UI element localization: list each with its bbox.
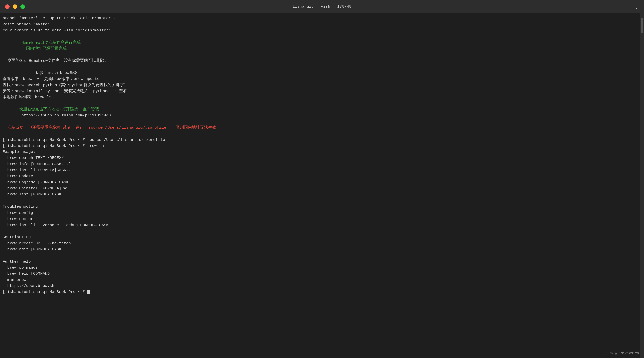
- line-brew-upgrade: brew upgrade [FORMULA|CASK...]: [3, 179, 641, 185]
- maximize-button[interactable]: [20, 4, 25, 9]
- line-homebrew-done: Homebrew自动安装程序运行完成: [3, 39, 641, 46]
- line-intro: 初步介绍几个brew命令: [3, 70, 641, 76]
- line-brew-verbose: brew install --verbose --debug FORMULA|C…: [3, 222, 641, 228]
- blank-5: [3, 118, 641, 125]
- line-brew-config: brew config: [3, 210, 641, 216]
- line-brew-create: brew create URL [--no-fetch]: [3, 240, 641, 246]
- terminal-window: lishanqiu — -zsh — 178×48 ⋮ branch 'mast…: [0, 0, 644, 358]
- watermark: CSDN @:1356563120: [605, 352, 639, 355]
- line-brew-docs: https://docs.brew.sh: [3, 283, 641, 289]
- scrollbar[interactable]: [640, 13, 644, 358]
- line-search: 查找：brew search python（其中python替换为要查找的关键字…: [3, 82, 641, 88]
- line-domestic-done: 国内地址已经配置完成: [3, 46, 641, 52]
- blank-2: [3, 52, 641, 58]
- line-brew-doctor: brew doctor: [3, 216, 641, 222]
- line-link[interactable]: https://zhuanlan.zhihu.com/p/111014448: [3, 112, 641, 118]
- line-brew-uninstall: brew uninstall FORMULA|CASK...: [3, 185, 641, 191]
- line-brew-search: brew search TEXT|/REGEX/: [3, 155, 641, 161]
- line-brew-help: brew help [COMMAND]: [3, 271, 641, 277]
- line-install: 安装：brew install python 安装完成输入 python3 -h…: [3, 88, 641, 94]
- scrollbar-thumb[interactable]: [641, 18, 643, 33]
- line-brew-edit: brew edit [FORMULA|CASK...]: [3, 246, 641, 252]
- line-welcome: 欢迎右键点击下方地址-打开链接 点个赞吧: [3, 106, 641, 112]
- line-2: Reset branch 'master': [3, 21, 641, 27]
- line-old-homebrew: 桌面的Old_Homebrew文件夹，没有你需要的可以删除。: [3, 58, 641, 64]
- line-further-help: Further help:: [3, 258, 641, 265]
- line-contributing: Contributing:: [3, 234, 641, 240]
- line-troubleshooting: Troubleshooting:: [3, 204, 641, 210]
- line-cursor-prompt: [lishanqiu@lishanqiuMacBook-Pro ~ %: [3, 289, 641, 295]
- blank-3: [3, 64, 641, 70]
- blank-7: [3, 197, 641, 204]
- line-brew-commands: brew commands: [3, 265, 641, 271]
- blank-4: [3, 100, 641, 106]
- blank-8: [3, 228, 641, 234]
- blank-9: [3, 252, 641, 258]
- line-3: Your branch is up to date with 'origin/m…: [3, 27, 641, 33]
- line-brew-install: brew install FORMULA|CASK...: [3, 167, 641, 173]
- line-success-notice: 安装成功 但还需要重启终端 或者 运行 source /Users/lishan…: [3, 125, 641, 131]
- line-1: branch 'master' set up to track 'origin/…: [3, 15, 641, 21]
- line-version: 查看版本：brew -v 更新brew版本：brew update: [3, 76, 641, 82]
- line-source-cmd: [lishanqiu@lishanqiuMacBook-Pro ~ % sour…: [3, 137, 641, 143]
- close-button[interactable]: [5, 4, 10, 9]
- settings-icon[interactable]: ⋮: [634, 4, 639, 9]
- blank-1: [3, 33, 641, 39]
- line-man-brew: man brew: [3, 277, 641, 283]
- minimize-button[interactable]: [13, 4, 17, 9]
- line-brew-info: brew info [FORMULA|CASK...]: [3, 161, 641, 167]
- line-example-usage: Example usage:: [3, 149, 641, 155]
- traffic-lights: [5, 4, 25, 9]
- line-list: 本地软件库列表：brew ls: [3, 94, 641, 100]
- line-brew-update: brew update: [3, 173, 641, 179]
- titlebar: lishanqiu — -zsh — 178×48 ⋮: [0, 0, 644, 13]
- window-title: lishanqiu — -zsh — 178×48: [293, 5, 352, 9]
- terminal-body[interactable]: branch 'master' set up to track 'origin/…: [0, 13, 644, 358]
- line-brew-list: brew list [FORMULA|CASK...]: [3, 191, 641, 197]
- blank-6: [3, 131, 641, 137]
- line-brew-h-cmd: [lishanqiu@lishanqiuMacBook-Pro ~ % brew…: [3, 143, 641, 149]
